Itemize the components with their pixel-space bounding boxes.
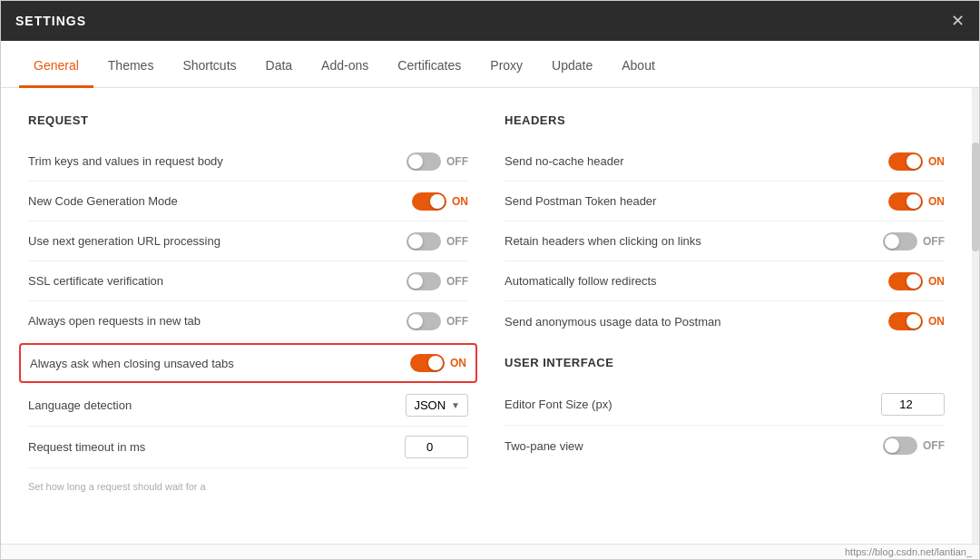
setting-font-size: Editor Font Size (px) [505,384,945,426]
status-bar: https://blog.csdn.net/lantian_ [1,544,979,559]
setting-retain-headers: Retain headers when clicking on links OF… [505,221,945,261]
left-column: REQUEST Trim keys and values in request … [28,113,468,518]
ask-closing-label: Always ask when closing unsaved tabs [30,357,410,370]
open-new-tab-label: Always open requests in new tab [28,314,407,328]
anonymous-usage-toggle-label: ON [928,315,945,328]
ssl-cert-label: SSL certificate verification [28,274,407,288]
request-timeout-label: Request timeout in ms [28,440,405,454]
no-cache-toggle[interactable]: ON [888,152,945,171]
retain-headers-toggle-label: OFF [923,235,945,248]
trim-keys-toggle-label: OFF [446,155,468,168]
setting-two-pane: Two-pane view OFF [505,426,945,466]
ui-section: USER INTERFACE Editor Font Size (px) Two… [505,356,945,466]
setting-request-timeout: Request timeout in ms [28,427,468,468]
url-processing-toggle-label: OFF [446,235,468,248]
settings-grid: REQUEST Trim keys and values in request … [1,88,972,544]
code-generation-toggle[interactable]: ON [412,192,468,211]
tabs-bar: General Themes Shortcuts Data Add-ons Ce… [1,41,979,88]
follow-redirects-toggle[interactable]: ON [888,272,945,290]
status-url: https://blog.csdn.net/lantian_ [845,546,972,557]
url-processing-switch[interactable] [407,232,441,251]
retain-headers-switch[interactable] [883,232,917,251]
no-cache-switch[interactable] [888,152,923,171]
trim-keys-label: Trim keys and values in request body [28,154,407,168]
language-detection-value: JSON [414,398,446,412]
url-processing-toggle[interactable]: OFF [407,232,468,251]
trim-keys-switch[interactable] [407,152,441,171]
font-size-label: Editor Font Size (px) [505,398,881,411]
open-new-tab-toggle[interactable]: OFF [407,312,468,330]
two-pane-toggle-label: OFF [923,439,945,452]
postman-token-toggle-label: ON [928,195,945,208]
setting-trim-keys: Trim keys and values in request body OFF [28,142,468,182]
follow-redirects-label: Automatically follow redirects [505,274,888,288]
retain-headers-toggle[interactable]: OFF [883,232,945,251]
request-section-header: REQUEST [28,113,468,127]
headers-section-header: HEADERS [505,113,945,127]
two-pane-label: Two-pane view [505,439,883,453]
ssl-cert-switch[interactable] [407,272,441,290]
font-size-input[interactable] [881,393,945,416]
anonymous-usage-toggle[interactable]: ON [888,312,945,330]
headers-section: HEADERS Send no-cache header ON [505,113,945,341]
two-pane-toggle[interactable]: OFF [883,437,945,455]
tab-proxy[interactable]: Proxy [475,45,537,88]
titlebar: SETTINGS ✕ [1,1,979,41]
setting-language-detection: Language detection JSON ▼ [28,385,468,427]
chevron-down-icon: ▼ [451,400,460,410]
setting-ssl-cert: SSL certificate verification OFF [28,261,468,301]
setting-no-cache: Send no-cache header ON [505,142,945,182]
tab-update[interactable]: Update [537,45,607,88]
code-generation-switch[interactable] [412,192,446,211]
no-cache-label: Send no-cache header [505,154,888,168]
main-content: REQUEST Trim keys and values in request … [1,88,979,544]
request-timeout-input[interactable] [405,436,468,458]
settings-window: SETTINGS ✕ General Themes Shortcuts Data… [0,0,980,560]
scrollbar-track[interactable] [972,88,979,544]
tab-shortcuts[interactable]: Shortcuts [168,45,250,88]
postman-token-label: Send Postman Token header [505,194,888,208]
postman-token-switch[interactable] [888,192,923,211]
setting-anonymous-usage: Send anonymous usage data to Postman ON [505,301,945,341]
setting-ask-closing: Always ask when closing unsaved tabs ON [19,343,477,383]
setting-subtitle: Set how long a request should wait for a [28,468,468,508]
follow-redirects-toggle-label: ON [928,275,945,288]
tab-about[interactable]: About [607,45,670,88]
anonymous-usage-switch[interactable] [888,312,923,330]
setting-code-generation: New Code Generation Mode ON [28,182,468,221]
scrollbar-thumb[interactable] [972,142,979,251]
setting-follow-redirects: Automatically follow redirects ON [505,261,945,301]
postman-token-toggle[interactable]: ON [888,192,945,211]
right-column: HEADERS Send no-cache header ON [505,113,945,518]
open-new-tab-switch[interactable] [407,312,441,330]
setting-open-new-tab: Always open requests in new tab OFF [28,301,468,341]
ask-closing-toggle[interactable]: ON [410,354,466,372]
window-title: SETTINGS [15,14,86,28]
open-new-tab-toggle-label: OFF [446,315,468,328]
two-pane-switch[interactable] [883,437,917,455]
anonymous-usage-label: Send anonymous usage data to Postman [505,315,888,329]
follow-redirects-switch[interactable] [888,272,923,290]
ssl-cert-toggle[interactable]: OFF [407,272,468,290]
setting-url-processing: Use next generation URL processing OFF [28,221,468,261]
close-button[interactable]: ✕ [951,11,965,31]
request-timeout-subtitle: Set how long a request should wait for a [28,481,206,492]
code-generation-label: New Code Generation Mode [28,194,412,208]
setting-postman-token: Send Postman Token header ON [505,182,945,221]
request-section: REQUEST Trim keys and values in request … [28,113,468,508]
language-detection-label: Language detection [28,398,406,412]
ssl-cert-toggle-label: OFF [446,275,468,288]
ask-closing-switch[interactable] [410,354,445,372]
tab-general[interactable]: General [19,45,93,88]
ask-closing-toggle-label: ON [450,357,466,369]
url-processing-label: Use next generation URL processing [28,234,407,248]
language-detection-select[interactable]: JSON ▼ [406,394,468,417]
tab-certificates[interactable]: Certificates [383,45,475,88]
tab-data[interactable]: Data [251,45,308,88]
trim-keys-toggle[interactable]: OFF [407,152,468,171]
tab-themes[interactable]: Themes [93,45,169,88]
tab-addons[interactable]: Add-ons [307,45,383,88]
ui-section-header: USER INTERFACE [505,356,945,369]
retain-headers-label: Retain headers when clicking on links [505,234,883,248]
code-generation-toggle-label: ON [452,195,468,208]
